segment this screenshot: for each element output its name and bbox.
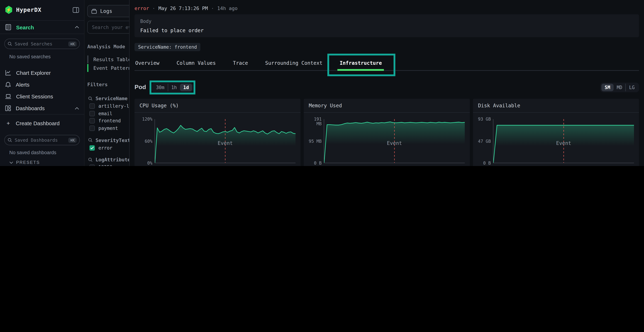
create-dashboard-button[interactable]: + Create Dashboard: [0, 117, 84, 129]
x-tick-label: 7:00:00 AM: [608, 166, 634, 166]
brand-title: HyperDX: [16, 6, 73, 13]
pod-charts-row: CPU Usage (%)120%60%0%EventMay 26 7:00:0…: [134, 99, 639, 166]
segment-1h[interactable]: 1h: [168, 84, 180, 91]
x-tick-label: May 26 7:00:00 AM: [309, 166, 353, 166]
body-value: Failed to place order: [140, 28, 633, 33]
pod-memory-chart-card: Memory Used191 MB95 MB0 BEventMay 26 7:0…: [304, 99, 470, 166]
search-icon: [88, 158, 93, 162]
segment-sm[interactable]: SM: [602, 84, 614, 91]
chart-plot-area: Event: [324, 119, 465, 163]
detail-tabs: Overview Column Values Trace Surrounding…: [134, 57, 639, 71]
event-marker-label: Event: [387, 140, 402, 146]
event-body-card: Body Failed to place order: [134, 14, 639, 37]
collapse-sidebar-icon[interactable]: [73, 7, 79, 13]
y-axis: 191 MB95 MB0 B: [309, 119, 324, 163]
x-tick-label: 7:00:00 AM: [270, 166, 296, 166]
segment-md[interactable]: MD: [614, 84, 626, 91]
chart-title: CPU Usage (%): [140, 103, 179, 108]
divider: [0, 34, 84, 34]
checkbox[interactable]: [90, 126, 95, 131]
sidebar-item-clickhouse[interactable]: ClickHouse: [0, 165, 84, 166]
analysis-mode-label: Results Table: [94, 56, 131, 62]
chart-plot-area: Event: [154, 119, 296, 163]
filter-option-label: email: [98, 111, 112, 116]
segment-1d[interactable]: 1d: [180, 84, 192, 91]
analysis-mode-label: Event Patterns: [94, 65, 134, 71]
active-indicator: [87, 64, 88, 72]
presets-label: PRESETS: [16, 160, 40, 165]
x-axis-labels: May 26 7:00:00 AM7:30:00 PM7:00:00 AM: [478, 166, 634, 166]
filter-group-name: LogAttributes: [96, 157, 133, 162]
shortcut-badge: ⌘K: [68, 138, 76, 142]
tab-column-values[interactable]: Column Values: [176, 57, 216, 70]
event-marker-label: Event: [218, 140, 233, 146]
y-tick-label: 0 B: [308, 161, 322, 166]
checked-checkbox[interactable]: [90, 145, 95, 150]
saved-searches-input[interactable]: Saved Searches ⌘K: [4, 39, 80, 49]
chart-plot-area: Event: [493, 119, 634, 163]
source-select-label: Logs: [100, 8, 112, 14]
filter-option-label: payment: [98, 126, 118, 131]
filter-group-name: ServiceName: [96, 96, 128, 101]
tab-trace[interactable]: Trace: [232, 57, 249, 70]
shortcut-badge: ⌘K: [68, 41, 76, 46]
plus-icon: +: [5, 120, 12, 126]
y-axis: 120%60%0%: [140, 119, 154, 163]
create-dashboard-label: Create Dashboard: [16, 120, 60, 126]
search-icon: [88, 96, 93, 101]
chart-explorer-icon: [5, 70, 12, 76]
separator: ·: [152, 5, 155, 11]
filter-option-label: 19350: [98, 165, 112, 166]
search-icon: [8, 138, 12, 142]
bell-icon: [5, 82, 11, 88]
service-name-tag[interactable]: ServiceName: frontend: [134, 43, 200, 51]
y-tick-label: 0%: [139, 161, 152, 166]
pod-time-range-toggle: 30m1h1d: [152, 82, 193, 92]
y-tick-label: 95 MB: [308, 139, 322, 144]
sidebar: ⚡ HyperDX Search: [0, 0, 84, 166]
separator: ·: [211, 5, 214, 11]
sidebar-item-chart-explorer[interactable]: Chart Explorer: [0, 67, 84, 79]
sidebar-item-label: Search: [16, 24, 75, 30]
saved-dashboards-placeholder: Saved Dashboards: [15, 138, 68, 143]
segment-lg[interactable]: LG: [626, 84, 638, 91]
x-tick-label: 7:00:00 AM: [439, 166, 465, 166]
no-saved-dashboards-note: No saved dashboards: [9, 150, 84, 155]
event-timestamp: May 26 7:13:26 PM: [158, 5, 208, 11]
filter-group-name: SeverityText: [96, 138, 130, 143]
x-axis-labels: May 26 7:00:00 AM7:30:00 PM7:00:00 AM: [140, 166, 296, 166]
sidebar-item-client-sessions[interactable]: Client Sessions: [0, 90, 84, 102]
event-header: error · May 26 7:13:26 PM · 14h ago: [134, 0, 639, 11]
filter-option-label: frontend: [98, 118, 121, 124]
event-marker-label: Event: [556, 140, 571, 146]
segment-30m[interactable]: 30m: [153, 84, 168, 91]
tab-infrastructure[interactable]: Infrastructure: [339, 57, 383, 70]
checkbox[interactable]: [90, 111, 95, 116]
no-saved-searches-note: No saved searches: [9, 54, 84, 60]
tab-overview[interactable]: Overview: [134, 57, 160, 70]
brand-row: ⚡ HyperDX: [0, 0, 84, 18]
saved-dashboards-input[interactable]: Saved Dashboards ⌘K: [4, 135, 80, 145]
tab-label: Infrastructure: [340, 60, 382, 66]
sidebar-item-alerts[interactable]: Alerts: [0, 79, 84, 90]
event-detail-panel: error · May 26 7:13:26 PM · 14h ago Body…: [129, 0, 644, 166]
sidebar-item-search[interactable]: Search: [0, 21, 84, 34]
sidebar-item-dashboards[interactable]: Dashboards: [0, 102, 84, 114]
sidebar-item-label: Dashboards: [16, 105, 75, 111]
divider: [0, 114, 84, 114]
saved-searches-placeholder: Saved Searches: [15, 41, 68, 46]
checkbox[interactable]: [90, 118, 95, 124]
y-tick-label: 191 MB: [308, 117, 322, 126]
chevron-up-icon: [75, 107, 79, 110]
presets-toggle[interactable]: PRESETS: [9, 160, 84, 165]
tab-surrounding-context[interactable]: Surrounding Context: [264, 57, 323, 70]
y-tick-label: 120%: [139, 117, 152, 122]
y-tick-label: 47 GB: [477, 139, 491, 144]
pod-disk-chart-card: Disk Available93 GB47 GB0 BEventMay 26 7…: [473, 99, 639, 166]
event-age: 14h ago: [217, 5, 238, 11]
journal-icon: [5, 24, 12, 30]
checkbox[interactable]: [90, 104, 95, 109]
pod-chart-size-toggle: SMMDLG: [600, 82, 639, 92]
checkbox[interactable]: [90, 165, 95, 166]
hyperdx-logo-icon: ⚡: [5, 6, 12, 14]
